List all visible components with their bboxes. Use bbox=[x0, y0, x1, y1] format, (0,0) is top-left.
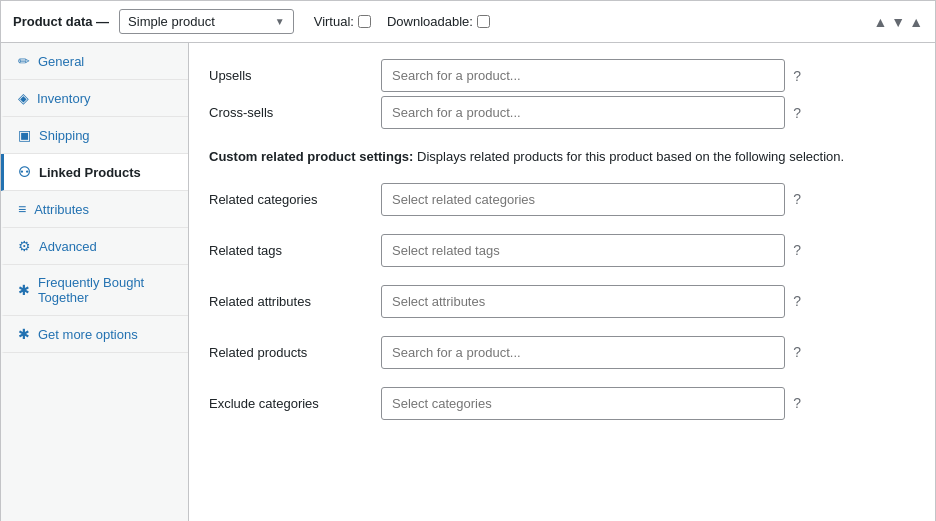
field-row-2: Related attributes? bbox=[209, 285, 915, 318]
field-row-0: Related categories? bbox=[209, 183, 915, 216]
upsells-label: Upsells bbox=[209, 68, 369, 83]
field-label-4: Exclude categories bbox=[209, 396, 369, 411]
field-input-wrap-0: ? bbox=[381, 183, 801, 216]
downloadable-checkbox[interactable] bbox=[477, 15, 490, 28]
upsells-input[interactable] bbox=[381, 59, 785, 92]
header-arrows: ▲ ▼ ▲ bbox=[873, 14, 923, 30]
field-input-4[interactable] bbox=[381, 387, 785, 420]
header-title: Product data — bbox=[13, 14, 109, 29]
virtual-downloadable-group: Virtual: Downloadable: bbox=[314, 14, 490, 29]
crosssells-row: Cross-sells ? bbox=[209, 96, 915, 129]
inventory-icon: ◈ bbox=[18, 90, 29, 106]
field-label-2: Related attributes bbox=[209, 294, 369, 309]
upsells-help-icon[interactable]: ? bbox=[793, 68, 801, 84]
custom-section-bold: Custom related product settings: bbox=[209, 149, 413, 164]
crosssells-label: Cross-sells bbox=[209, 105, 369, 120]
product-type-label: Simple product bbox=[128, 14, 215, 29]
field-help-icon-4[interactable]: ? bbox=[793, 395, 801, 411]
crosssells-input[interactable] bbox=[381, 96, 785, 129]
main-content-area: Upsells ? Cross-sells ? Custom related p… bbox=[189, 43, 935, 521]
field-label-0: Related categories bbox=[209, 192, 369, 207]
sidebar-item-advanced[interactable]: ⚙ Advanced bbox=[1, 228, 188, 265]
sidebar-item-label: General bbox=[38, 54, 84, 69]
field-help-icon-1[interactable]: ? bbox=[793, 242, 801, 258]
expand-icon[interactable]: ▲ bbox=[909, 14, 923, 30]
sidebar-item-inventory[interactable]: ◈ Inventory bbox=[1, 80, 188, 117]
field-row-3: Related products? bbox=[209, 336, 915, 369]
field-input-2[interactable] bbox=[381, 285, 785, 318]
shipping-icon: ▣ bbox=[18, 127, 31, 143]
sidebar-item-frequently-bought-together[interactable]: ✱ Frequently Bought Together bbox=[1, 265, 188, 316]
dropdown-arrow-icon: ▼ bbox=[275, 16, 285, 27]
sidebar-item-get-more-options[interactable]: ✱ Get more options bbox=[1, 316, 188, 353]
sidebar-item-label: Advanced bbox=[39, 239, 97, 254]
virtual-checkbox[interactable] bbox=[358, 15, 371, 28]
virtual-label[interactable]: Virtual: bbox=[314, 14, 371, 29]
pencil-icon: ✏ bbox=[18, 53, 30, 69]
upsells-row: Upsells ? bbox=[209, 59, 915, 92]
field-help-icon-3[interactable]: ? bbox=[793, 344, 801, 360]
sidebar-item-label: Get more options bbox=[38, 327, 138, 342]
product-data-header: Product data — Simple product ▼ Virtual:… bbox=[1, 1, 935, 43]
field-input-wrap-1: ? bbox=[381, 234, 801, 267]
field-label-3: Related products bbox=[209, 345, 369, 360]
sidebar-item-label: Linked Products bbox=[39, 165, 141, 180]
link-icon: ⚇ bbox=[18, 164, 31, 180]
sidebar-item-general[interactable]: ✏ General bbox=[1, 43, 188, 80]
attributes-icon: ≡ bbox=[18, 201, 26, 217]
sidebar-item-attributes[interactable]: ≡ Attributes bbox=[1, 191, 188, 228]
more-options-icon: ✱ bbox=[18, 326, 30, 342]
sidebar-item-label: Shipping bbox=[39, 128, 90, 143]
gear-icon: ⚙ bbox=[18, 238, 31, 254]
field-row-1: Related tags? bbox=[209, 234, 915, 267]
sidebar-item-linked-products[interactable]: ⚇ Linked Products bbox=[1, 154, 188, 191]
field-help-icon-2[interactable]: ? bbox=[793, 293, 801, 309]
crosssells-input-wrap: ? bbox=[381, 96, 801, 129]
fbt-icon: ✱ bbox=[18, 282, 30, 298]
field-input-3[interactable] bbox=[381, 336, 785, 369]
collapse-up-icon[interactable]: ▲ bbox=[873, 14, 887, 30]
field-row-4: Exclude categories? bbox=[209, 387, 915, 420]
upsells-input-wrap: ? bbox=[381, 59, 801, 92]
collapse-down-icon[interactable]: ▼ bbox=[891, 14, 905, 30]
product-data-panel: Product data — Simple product ▼ Virtual:… bbox=[0, 0, 936, 521]
custom-section-text: Displays related products for this produ… bbox=[413, 149, 844, 164]
field-input-0[interactable] bbox=[381, 183, 785, 216]
field-help-icon-0[interactable]: ? bbox=[793, 191, 801, 207]
downloadable-label[interactable]: Downloadable: bbox=[387, 14, 490, 29]
sidebar-item-label: Attributes bbox=[34, 202, 89, 217]
crosssells-help-icon[interactable]: ? bbox=[793, 105, 801, 121]
field-input-wrap-4: ? bbox=[381, 387, 801, 420]
product-data-body: ✏ General ◈ Inventory ▣ Shipping ⚇ Linke… bbox=[1, 43, 935, 521]
custom-section-description: Custom related product settings: Display… bbox=[209, 147, 915, 167]
sidebar: ✏ General ◈ Inventory ▣ Shipping ⚇ Linke… bbox=[1, 43, 189, 521]
product-type-select[interactable]: Simple product ▼ bbox=[119, 9, 294, 34]
sidebar-item-label: Frequently Bought Together bbox=[38, 275, 174, 305]
field-label-1: Related tags bbox=[209, 243, 369, 258]
sidebar-item-label: Inventory bbox=[37, 91, 90, 106]
field-input-1[interactable] bbox=[381, 234, 785, 267]
field-input-wrap-3: ? bbox=[381, 336, 801, 369]
field-input-wrap-2: ? bbox=[381, 285, 801, 318]
sidebar-item-shipping[interactable]: ▣ Shipping bbox=[1, 117, 188, 154]
